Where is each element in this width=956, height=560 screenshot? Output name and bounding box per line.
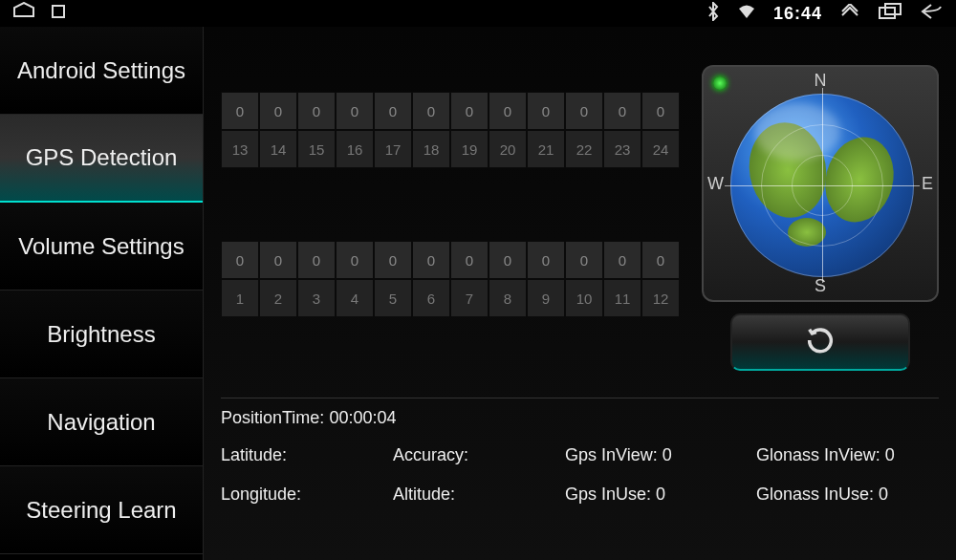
compass-north-label: N bbox=[815, 71, 827, 91]
satellite-label: 24 bbox=[641, 130, 680, 168]
compass-west-label: W bbox=[707, 174, 724, 194]
gps-inview-label: Gps InView: bbox=[565, 445, 658, 464]
satellite-label: 2 bbox=[259, 279, 297, 317]
clock-time: 16:44 bbox=[773, 4, 822, 24]
home-icon bbox=[11, 2, 36, 25]
satellite-label: 13 bbox=[221, 130, 259, 168]
sidebar-item-label: Volume Settings bbox=[18, 233, 184, 260]
satellite-label: 23 bbox=[603, 130, 641, 168]
satellite-signal-value: 0 bbox=[336, 241, 374, 279]
refresh-icon bbox=[804, 324, 836, 360]
satellite-signal-value: 0 bbox=[450, 92, 489, 130]
svg-rect-0 bbox=[53, 6, 64, 17]
satellite-signal-value: 0 bbox=[489, 241, 527, 279]
compass-widget: N S W E bbox=[702, 65, 939, 302]
sidebar-item-label: Android Settings bbox=[17, 57, 185, 84]
recents-icon[interactable] bbox=[878, 3, 902, 25]
sidebar-item-navigation[interactable]: Navigation bbox=[0, 378, 203, 466]
chevron-up-icon[interactable] bbox=[839, 4, 860, 24]
gps-inuse-value: 0 bbox=[656, 485, 665, 504]
satellite-signal-value: 0 bbox=[259, 241, 297, 279]
satellite-signal-value: 0 bbox=[374, 241, 412, 279]
latitude-label: Latitude: bbox=[221, 445, 287, 464]
signal-grid-glonass: 000000000000 131415161718192021222324 bbox=[221, 92, 680, 168]
accuracy-label: Accuracy: bbox=[393, 445, 468, 464]
satellite-label: 6 bbox=[412, 279, 450, 317]
satellite-signal-value: 0 bbox=[527, 241, 565, 279]
satellite-signal-value: 0 bbox=[450, 241, 489, 279]
sidebar-item-steering-learn[interactable]: Steering Learn bbox=[0, 466, 203, 554]
glonass-inview-value: 0 bbox=[885, 445, 895, 464]
sidebar: Android Settings GPS Detection Volume Se… bbox=[0, 27, 203, 560]
satellite-label: 19 bbox=[450, 130, 489, 168]
satellite-label: 8 bbox=[489, 279, 527, 317]
glonass-inuse-label: Glonass InUse: bbox=[756, 485, 874, 504]
gps-inuse-label: Gps InUse: bbox=[565, 485, 651, 504]
satellite-label: 1 bbox=[221, 279, 259, 317]
satellite-signal-value: 0 bbox=[641, 92, 680, 130]
status-bar: 16:44 bbox=[0, 0, 956, 27]
satellite-signal-value: 0 bbox=[565, 92, 603, 130]
wifi-icon bbox=[737, 4, 756, 24]
satellite-signal-value: 0 bbox=[374, 92, 412, 130]
satellite-label: 16 bbox=[336, 130, 374, 168]
svg-rect-1 bbox=[880, 8, 895, 18]
sidebar-item-android-settings[interactable]: Android Settings bbox=[0, 27, 203, 115]
satellite-signal-value: 0 bbox=[527, 92, 565, 130]
satellite-label: 15 bbox=[297, 130, 336, 168]
satellite-signal-value: 0 bbox=[641, 241, 680, 279]
satellite-signal-value: 0 bbox=[603, 92, 641, 130]
satellite-label: 12 bbox=[641, 279, 680, 317]
svg-rect-2 bbox=[885, 4, 901, 14]
satellite-signal-value: 0 bbox=[221, 92, 259, 130]
satellite-label: 11 bbox=[603, 279, 641, 317]
info-panel: PositionTime: 00:00:04 Latitude: Accurac… bbox=[221, 398, 939, 524]
signal-grid-gps: 000000000000 123456789101112 bbox=[221, 241, 680, 317]
satellite-signal-value: 0 bbox=[297, 241, 336, 279]
sidebar-item-volume-settings[interactable]: Volume Settings bbox=[0, 203, 203, 291]
satellite-label: 17 bbox=[374, 130, 412, 168]
sidebar-item-label: GPS Detection bbox=[26, 144, 178, 171]
satellite-label: 22 bbox=[565, 130, 603, 168]
satellite-signal-value: 0 bbox=[259, 92, 297, 130]
sidebar-item-brightness[interactable]: Brightness bbox=[0, 291, 203, 378]
gps-inview-value: 0 bbox=[663, 445, 672, 464]
satellite-label: 7 bbox=[450, 279, 489, 317]
position-time-label: PositionTime: bbox=[221, 408, 324, 428]
sidebar-item-gps-detection[interactable]: GPS Detection bbox=[0, 115, 203, 203]
satellite-label: 9 bbox=[527, 279, 565, 317]
main-panel: 000000000000 131415161718192021222324 00… bbox=[203, 27, 956, 560]
satellite-signal-value: 0 bbox=[412, 241, 450, 279]
sidebar-item-label: Brightness bbox=[47, 321, 155, 348]
longitude-label: Longitude: bbox=[221, 485, 301, 504]
satellite-label: 3 bbox=[297, 279, 336, 317]
satellite-label: 21 bbox=[527, 130, 565, 168]
bluetooth-icon bbox=[706, 2, 720, 26]
glonass-inview-label: Glonass InView: bbox=[756, 445, 880, 464]
satellite-label: 4 bbox=[336, 279, 374, 317]
satellite-signal-value: 0 bbox=[297, 92, 336, 130]
compass-east-label: E bbox=[922, 174, 933, 194]
app-icon bbox=[52, 5, 65, 22]
compass-south-label: S bbox=[815, 276, 826, 296]
position-time-value: 00:00:04 bbox=[329, 408, 396, 428]
satellite-signal-value: 0 bbox=[603, 241, 641, 279]
altitude-label: Altitude: bbox=[393, 485, 455, 504]
satellite-signal-value: 0 bbox=[412, 92, 450, 130]
satellite-label: 10 bbox=[565, 279, 603, 317]
satellite-signal-value: 0 bbox=[565, 241, 603, 279]
satellite-signal-value: 0 bbox=[489, 92, 527, 130]
satellite-signal-value: 0 bbox=[221, 241, 259, 279]
satellite-label: 20 bbox=[489, 130, 527, 168]
status-led-icon bbox=[713, 76, 727, 90]
satellite-label: 14 bbox=[259, 130, 297, 168]
satellite-label: 18 bbox=[412, 130, 450, 168]
back-icon[interactable] bbox=[920, 3, 945, 25]
sidebar-item-label: Steering Learn bbox=[26, 497, 176, 524]
satellite-signal-value: 0 bbox=[336, 92, 374, 130]
satellite-label: 5 bbox=[374, 279, 412, 317]
sidebar-item-label: Navigation bbox=[47, 409, 155, 436]
glonass-inuse-value: 0 bbox=[879, 485, 888, 504]
refresh-button[interactable] bbox=[730, 313, 910, 371]
